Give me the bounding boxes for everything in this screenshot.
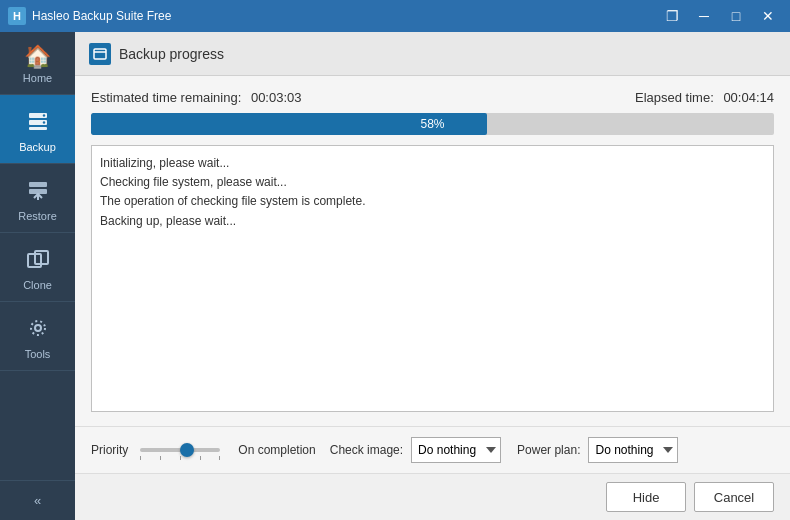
restore-window-button[interactable]: ❐ (658, 5, 686, 27)
main-layout: 🏠 Home Backup (0, 32, 790, 520)
close-button[interactable]: ✕ (754, 5, 782, 27)
elapsed-label: Elapsed time: (635, 90, 714, 105)
title-bar: H Hasleo Backup Suite Free ❐ ─ □ ✕ (0, 0, 790, 32)
check-image-label: Check image: (330, 443, 403, 457)
slider-track (140, 448, 220, 452)
completion-label: On completion (238, 443, 315, 457)
sidebar-backup-label: Backup (19, 141, 56, 153)
hide-button[interactable]: Hide (606, 482, 686, 512)
svg-rect-2 (29, 127, 47, 130)
tick-4 (200, 456, 201, 460)
elapsed-time: Elapsed time: 00:04:14 (635, 90, 774, 105)
elapsed-value: 00:04:14 (723, 90, 774, 105)
svg-rect-12 (94, 49, 106, 59)
time-row: Estimated time remaining: 00:03:03 Elaps… (91, 90, 774, 105)
sidebar: 🏠 Home Backup (0, 32, 75, 520)
power-plan-dropdown[interactable]: Do nothing Sleep Hibernate Shut down (588, 437, 678, 463)
svg-point-11 (31, 321, 45, 335)
cancel-button[interactable]: Cancel (694, 482, 774, 512)
window-controls: ❐ ─ □ ✕ (658, 5, 782, 27)
progress-label: 58% (420, 117, 444, 131)
estimated-time: Estimated time remaining: 00:03:03 (91, 90, 302, 105)
page-header: Backup progress (75, 32, 790, 76)
content-area: Backup progress Estimated time remaining… (75, 32, 790, 520)
slider-thumb[interactable] (180, 443, 194, 457)
priority-slider[interactable] (140, 448, 220, 452)
check-image-dropdown[interactable]: Do nothing Verify Mount (411, 437, 501, 463)
clone-icon (26, 247, 50, 275)
sidebar-collapse-button[interactable]: « (0, 480, 75, 520)
sidebar-tools-label: Tools (25, 348, 51, 360)
estimated-label: Estimated time remaining: (91, 90, 241, 105)
minimize-button[interactable]: ─ (690, 5, 718, 27)
collapse-icon: « (34, 493, 41, 508)
page-content: Estimated time remaining: 00:03:03 Elaps… (75, 76, 790, 426)
log-line-1: Initializing, please wait... (100, 154, 765, 173)
backup-icon (26, 109, 50, 137)
log-line-3: The operation of checking file system is… (100, 192, 765, 211)
bottom-bar: Priority On completion Check image: Do n… (75, 426, 790, 473)
sidebar-restore-label: Restore (18, 210, 57, 222)
progress-bar: 58% (91, 113, 774, 135)
power-plan-label: Power plan: (517, 443, 580, 457)
svg-point-4 (42, 121, 44, 123)
sidebar-item-home[interactable]: 🏠 Home (0, 32, 75, 95)
slider-ticks (140, 456, 220, 460)
sidebar-item-restore[interactable]: Restore (0, 164, 75, 233)
tick-2 (160, 456, 161, 460)
tick-3 (180, 456, 181, 460)
app-title: Hasleo Backup Suite Free (32, 9, 658, 23)
log-line-4: Backing up, please wait... (100, 212, 765, 231)
priority-label: Priority (91, 443, 128, 457)
sidebar-item-tools[interactable]: Tools (0, 302, 75, 371)
svg-rect-5 (29, 182, 47, 187)
estimated-value: 00:03:03 (251, 90, 302, 105)
tick-1 (140, 456, 141, 460)
sidebar-item-clone[interactable]: Clone (0, 233, 75, 302)
tools-icon (26, 316, 50, 344)
sidebar-item-backup[interactable]: Backup (0, 95, 75, 164)
sidebar-clone-label: Clone (23, 279, 52, 291)
page-title: Backup progress (119, 46, 224, 62)
restore-icon (26, 178, 50, 206)
log-line-2: Checking file system, please wait... (100, 173, 765, 192)
page-header-icon (89, 43, 111, 65)
maximize-button[interactable]: □ (722, 5, 750, 27)
svg-point-3 (42, 114, 44, 116)
log-area: Initializing, please wait... Checking fi… (91, 145, 774, 412)
tick-5 (219, 456, 220, 460)
svg-point-10 (35, 325, 41, 331)
action-buttons: Hide Cancel (75, 473, 790, 520)
app-icon: H (8, 7, 26, 25)
sidebar-home-label: Home (23, 72, 52, 84)
home-icon: 🏠 (24, 46, 51, 68)
